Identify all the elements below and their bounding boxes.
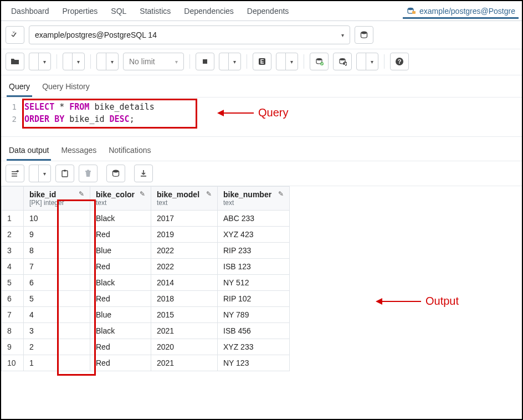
cell-bike_color[interactable]: Red <box>90 227 151 243</box>
row-number[interactable]: 5 <box>2 275 24 291</box>
cell-bike_color[interactable]: Red <box>90 259 151 275</box>
cell-bike_model[interactable]: 2014 <box>151 275 218 291</box>
row-number[interactable]: 8 <box>2 323 24 339</box>
save-data-button[interactable] <box>106 165 125 182</box>
tab-statistics[interactable]: Statistics <box>133 2 177 20</box>
table-row[interactable]: 9 2 Red 2020 XYZ 233 <box>2 339 290 355</box>
execute-button[interactable] <box>219 53 228 70</box>
help-button[interactable]: ? <box>390 53 409 70</box>
cell-bike_id[interactable]: 2 <box>24 339 90 355</box>
cell-bike_number[interactable]: ABC 233 <box>218 211 290 227</box>
cell-bike_id[interactable]: 10 <box>24 211 90 227</box>
delete-row-button[interactable] <box>79 165 98 182</box>
cell-bike_id[interactable]: 9 <box>24 227 90 243</box>
sql-code[interactable]: SELECT * FROM bike_details ORDER BY bike… <box>20 98 522 129</box>
row-number[interactable]: 1 <box>2 211 24 227</box>
edit-split-button[interactable]: ▾ <box>63 53 85 70</box>
explain-analyze-split[interactable]: ▾ <box>276 53 298 70</box>
cell-bike_number[interactable]: NY 512 <box>218 275 290 291</box>
filter-dropdown[interactable]: ▾ <box>106 53 118 70</box>
connection-status-button[interactable] <box>6 26 24 44</box>
cell-bike_model[interactable]: 2020 <box>151 339 218 355</box>
cell-bike_model[interactable]: 2019 <box>151 227 218 243</box>
cell-bike_number[interactable]: ISB 456 <box>218 323 290 339</box>
cell-bike_model[interactable]: 2022 <box>151 243 218 259</box>
cell-bike_id[interactable]: 3 <box>24 323 90 339</box>
save-button[interactable] <box>29 53 38 70</box>
cell-bike_color[interactable]: Black <box>90 211 151 227</box>
connection-dropdown[interactable]: example/postgres@PostgreSQL 14 ▾ <box>29 25 350 44</box>
row-number[interactable]: 6 <box>2 291 24 307</box>
cell-bike_id[interactable]: 1 <box>24 355 90 371</box>
table-row[interactable]: 6 5 Red 2018 RIP 102 <box>2 291 290 307</box>
row-number[interactable]: 7 <box>2 307 24 323</box>
row-number[interactable]: 2 <box>2 227 24 243</box>
edit-column-icon[interactable]: ✎ <box>278 190 284 198</box>
copy-button[interactable] <box>29 165 38 182</box>
cell-bike_number[interactable]: XYZ 423 <box>218 227 290 243</box>
cell-bike_color[interactable]: Red <box>90 339 151 355</box>
new-connection-button[interactable] <box>355 26 373 44</box>
tab-dashboard[interactable]: Dashboard <box>4 2 56 20</box>
limit-dropdown[interactable]: No limit ▾ <box>123 53 184 70</box>
tab-dependencies[interactable]: Dependencies <box>177 2 240 20</box>
cell-bike_model[interactable]: 2021 <box>151 355 218 371</box>
column-header-bike_color[interactable]: bike_colortext ✎ <box>90 187 151 211</box>
cell-bike_number[interactable]: XYZ 233 <box>218 339 290 355</box>
row-number[interactable]: 4 <box>2 259 24 275</box>
cell-bike_color[interactable]: Red <box>90 355 151 371</box>
edit-button[interactable] <box>63 53 72 70</box>
explain-analyze-button[interactable] <box>276 53 285 70</box>
cell-bike_model[interactable]: 2015 <box>151 307 218 323</box>
execute-dropdown[interactable]: ▾ <box>229 53 240 70</box>
cell-bike_model[interactable]: 2018 <box>151 291 218 307</box>
explain-button[interactable]: E <box>253 53 271 70</box>
edit-column-icon[interactable]: ✎ <box>206 190 212 198</box>
column-header-bike_id[interactable]: bike_id[PK] integer ✎ <box>24 187 90 211</box>
column-header-bike_number[interactable]: bike_numbertext ✎ <box>218 187 290 211</box>
cell-bike_model[interactable]: 2021 <box>151 323 218 339</box>
row-number[interactable]: 10 <box>2 355 24 371</box>
save-split-button[interactable]: ▾ <box>29 53 51 70</box>
rtab-messages[interactable]: Messages <box>59 142 99 161</box>
save-dropdown[interactable]: ▾ <box>39 53 50 70</box>
row-number[interactable]: 9 <box>2 339 24 355</box>
cell-bike_id[interactable]: 7 <box>24 259 90 275</box>
tab-active-querytool[interactable]: example/postgres@Postgre <box>403 3 519 19</box>
explain-dropdown[interactable]: ▾ <box>286 53 298 70</box>
table-row[interactable]: 4 7 Red 2022 ISB 123 <box>2 259 290 275</box>
table-row[interactable]: 8 3 Black 2021 ISB 456 <box>2 323 290 339</box>
macros-button[interactable] <box>357 53 366 70</box>
cell-bike_color[interactable]: Red <box>90 291 151 307</box>
cell-bike_color[interactable]: Blue <box>90 243 151 259</box>
row-number[interactable]: 3 <box>2 243 24 259</box>
open-file-button[interactable] <box>6 53 24 70</box>
cell-bike_id[interactable]: 6 <box>24 275 90 291</box>
cell-bike_number[interactable]: RIP 102 <box>218 291 290 307</box>
add-row-button[interactable] <box>6 165 24 182</box>
download-button[interactable] <box>134 165 153 182</box>
rtab-notifications[interactable]: Notifications <box>106 142 153 161</box>
stop-button[interactable] <box>196 53 214 70</box>
results-table[interactable]: bike_id[PK] integer ✎ bike_colortext ✎ b… <box>1 186 290 371</box>
copy-dropdown[interactable]: ▾ <box>39 165 50 182</box>
cell-bike_number[interactable]: RIP 233 <box>218 243 290 259</box>
cell-bike_color[interactable]: Black <box>90 275 151 291</box>
cell-bike_color[interactable]: Blue <box>90 307 151 323</box>
rtab-data-output[interactable]: Data output <box>7 142 51 161</box>
cell-bike_id[interactable]: 4 <box>24 307 90 323</box>
column-header-bike_model[interactable]: bike_modeltext ✎ <box>151 187 218 211</box>
subtab-query[interactable]: Query <box>7 79 32 97</box>
macros-dropdown[interactable]: ▾ <box>366 53 378 70</box>
cell-bike_number[interactable]: ISB 123 <box>218 259 290 275</box>
cell-bike_number[interactable]: NY 789 <box>218 307 290 323</box>
cell-bike_id[interactable]: 5 <box>24 291 90 307</box>
subtab-history[interactable]: Query History <box>40 79 92 97</box>
sql-editor[interactable]: 1 2 SELECT * FROM bike_details ORDER BY … <box>1 98 522 129</box>
cell-bike_id[interactable]: 8 <box>24 243 90 259</box>
edit-column-icon[interactable]: ✎ <box>79 190 84 198</box>
table-row[interactable]: 10 1 Red 2021 NY 123 <box>2 355 290 371</box>
tab-dependents[interactable]: Dependents <box>240 2 296 20</box>
filter-split-button[interactable]: ▾ <box>96 53 119 70</box>
filter-button[interactable] <box>97 53 106 70</box>
